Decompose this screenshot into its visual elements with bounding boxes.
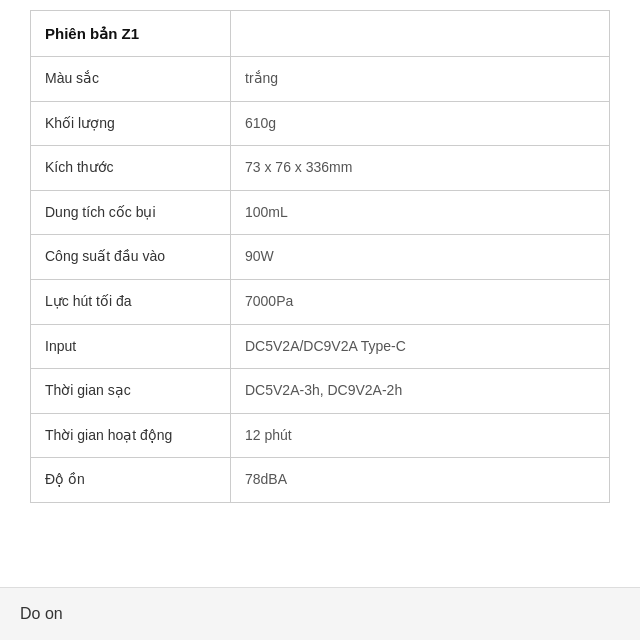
cell-value: DC5V2A/DC9V2A Type-C [231, 325, 609, 369]
cell-value: 78dBA [231, 458, 609, 502]
cell-value: 73 x 76 x 336mm [231, 146, 609, 190]
cell-label: Dung tích cốc bụi [31, 191, 231, 235]
table-row: Dung tích cốc bụi100mL [31, 191, 609, 236]
cell-value: 12 phút [231, 414, 609, 458]
cell-value: 7000Pa [231, 280, 609, 324]
cell-value: 610g [231, 102, 609, 146]
cell-label: Màu sắc [31, 57, 231, 101]
cell-label: Lực hút tối đa [31, 280, 231, 324]
cell-value: trắng [231, 57, 609, 101]
bottom-bar: Do on [0, 587, 640, 640]
cell-value: 90W [231, 235, 609, 279]
table-row: Kích thước73 x 76 x 336mm [31, 146, 609, 191]
table-row: Độ ồn78dBA [31, 458, 609, 502]
cell-label: Thời gian hoạt động [31, 414, 231, 458]
bottom-text: Do on [20, 605, 63, 623]
cell-label: Phiên bản Z1 [31, 11, 231, 56]
cell-label: Input [31, 325, 231, 369]
cell-label: Thời gian sạc [31, 369, 231, 413]
table-row: Khối lượng610g [31, 102, 609, 147]
spec-table-container: Phiên bản Z1Màu sắctrắngKhối lượng610gKí… [30, 10, 610, 503]
cell-value: DC5V2A-3h, DC9V2A-2h [231, 369, 609, 413]
cell-label: Khối lượng [31, 102, 231, 146]
table-row: Màu sắctrắng [31, 57, 609, 102]
table-row: Thời gian hoạt động12 phút [31, 414, 609, 459]
table-row: Phiên bản Z1 [31, 11, 609, 57]
cell-label: Kích thước [31, 146, 231, 190]
table-row: InputDC5V2A/DC9V2A Type-C [31, 325, 609, 370]
cell-value: 100mL [231, 191, 609, 235]
cell-label: Công suất đầu vào [31, 235, 231, 279]
table-row: Công suất đầu vào90W [31, 235, 609, 280]
cell-label: Độ ồn [31, 458, 231, 502]
table-row: Thời gian sạcDC5V2A-3h, DC9V2A-2h [31, 369, 609, 414]
table-row: Lực hút tối đa7000Pa [31, 280, 609, 325]
